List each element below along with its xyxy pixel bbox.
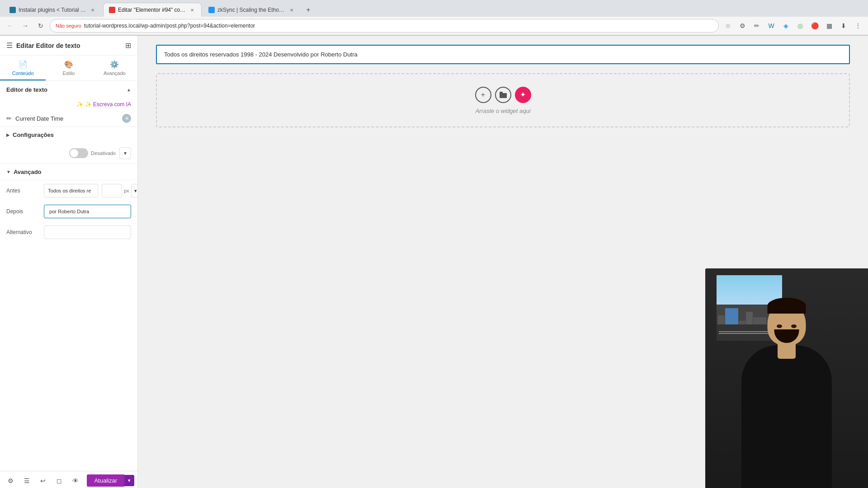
presenter-area: [705, 268, 868, 488]
editor-section-header[interactable]: Editor de texto ▲: [0, 81, 137, 99]
tab-bar: Instalar plugins < Tutorial Wor... ✕ Edi…: [0, 0, 868, 17]
extension-1[interactable]: ⚙: [736, 19, 749, 32]
section-add-buttons: + ✦ Arraste o widget aqui: [475, 87, 531, 114]
grid-icon[interactable]: ⊞: [125, 41, 131, 50]
tab-favicon-3: [208, 7, 215, 13]
add-buttons-row: + ✦: [475, 87, 531, 103]
tab-favicon-1: [9, 7, 16, 13]
nav-actions: ☆ ⚙ ✏ W ◈ ◎ 🔴 ▦ ⬇ ⋮: [722, 19, 864, 32]
bottom-toolbar: ⚙ ☰ ↩ ◻ 👁 Atualizar ▾: [0, 471, 138, 488]
antes-unit-value[interactable]: [102, 184, 122, 197]
reload-button[interactable]: ↻: [34, 19, 47, 32]
antes-px-label: px: [123, 188, 130, 193]
toolbar-preview-icon[interactable]: 👁: [69, 474, 82, 488]
alternativo-input[interactable]: [44, 225, 131, 239]
configuracoes-header[interactable]: ▶ Configurações: [0, 127, 137, 143]
tab-1[interactable]: Instalar plugins < Tutorial Wor... ✕: [4, 3, 102, 17]
configuracoes-title: Configurações: [13, 131, 54, 138]
back-button[interactable]: ←: [4, 19, 16, 32]
nav-bar: ← → ↻ Não seguro tutorial-wordpress.loca…: [0, 17, 868, 35]
tab-label-2: Editar "Elementor #94" com ...: [118, 7, 186, 13]
alternativo-label: Alternativo: [6, 229, 40, 235]
sidebar-header: ☰ Editar Editor de texto ⊞: [0, 36, 137, 56]
tab-close-2[interactable]: ✕: [189, 6, 196, 14]
alternativo-row: Alternativo: [0, 222, 137, 243]
depois-row: Depois: [0, 201, 137, 222]
forward-button[interactable]: →: [19, 19, 32, 32]
estilo-label: Estilo: [63, 70, 75, 76]
canvas-wrapper: Todos os direitos reservados 1998 - 2024…: [138, 36, 868, 488]
toolbar-settings-icon[interactable]: ⚙: [4, 474, 17, 488]
hamburger-icon[interactable]: ☰: [6, 41, 13, 50]
avancado-section-header[interactable]: ▼ Avançado: [0, 164, 137, 180]
antes-label: Antes: [6, 188, 40, 194]
dynamic-tag-close[interactable]: ✕: [122, 114, 131, 123]
extension-7[interactable]: ▦: [823, 19, 835, 32]
update-arrow-button[interactable]: ▾: [124, 475, 134, 486]
main-layout: ☰ Editar Editor de texto ⊞ 📄 Conteúdo 🎨 …: [0, 36, 868, 488]
ai-write-icon: ✨: [76, 101, 83, 108]
dynamic-tag-label: Current Date Time: [15, 115, 118, 122]
toolbar-responsive-icon[interactable]: ◻: [52, 474, 66, 488]
depois-label: Depois: [6, 208, 40, 215]
bookmark-button[interactable]: ☆: [722, 19, 734, 32]
extension-5[interactable]: ◎: [794, 19, 807, 32]
toggle-row: Desativado ▾: [0, 143, 137, 164]
presenter-figure: [737, 309, 836, 488]
editor-section-arrow: ▲: [127, 87, 131, 92]
new-tab-button[interactable]: +: [302, 4, 315, 16]
depois-input[interactable]: [44, 205, 131, 218]
downloads-button[interactable]: ⬇: [837, 19, 850, 32]
canvas-area: Todos os direitos reservados 1998 - 2024…: [138, 36, 868, 145]
sidebar-title: Editar Editor de texto: [16, 42, 80, 49]
ai-write-label: ✨ Escreva com IA: [85, 101, 131, 108]
tab-close-1[interactable]: ✕: [89, 6, 96, 14]
antes-input[interactable]: [44, 184, 98, 197]
extension-4[interactable]: ◈: [779, 19, 792, 32]
toolbar-history-icon[interactable]: ↩: [36, 474, 50, 488]
toolbar-layers-icon[interactable]: ☰: [20, 474, 33, 488]
tab-estilo[interactable]: 🎨 Estilo: [46, 56, 91, 80]
drag-text: Arraste o widget aqui: [475, 108, 530, 114]
dynamic-tag-row: ✏ Current Date Time ✕: [0, 110, 137, 127]
extension-6[interactable]: 🔴: [808, 19, 821, 32]
security-badge: Não seguro: [56, 23, 81, 28]
extension-3[interactable]: W: [765, 19, 778, 32]
tab-conteudo[interactable]: 📄 Conteúdo: [0, 56, 46, 80]
sidebar: ☰ Editar Editor de texto ⊞ 📄 Conteúdo 🎨 …: [0, 36, 138, 488]
editor-section-title: Editor de texto: [6, 86, 47, 93]
canvas-footer-bar[interactable]: Todos os direitos reservados 1998 - 2024…: [156, 45, 850, 64]
add-folder-button[interactable]: [495, 87, 511, 103]
config-dropdown[interactable]: ▾: [119, 147, 131, 159]
menu-button[interactable]: ⋮: [852, 19, 864, 32]
svg-rect-0: [500, 93, 507, 98]
canvas-section: + ✦ Arraste o widget aqui: [156, 73, 850, 127]
antes-unit-select[interactable]: ▾: [131, 184, 138, 197]
add-plus-button[interactable]: +: [475, 87, 491, 103]
address-bar[interactable]: Não seguro tutorial-wordpress.local/wp-a…: [50, 19, 719, 33]
tab-avancado-tab[interactable]: ⚙️ Avançado: [92, 56, 137, 80]
toggle-switch[interactable]: [69, 148, 88, 158]
tag-pencil-icon: ✏: [6, 115, 12, 122]
tab-3[interactable]: zkSync | Scaling the Ethos an... ✕: [203, 3, 301, 17]
tab-2[interactable]: Editar "Elementor #94" com ... ✕: [103, 3, 202, 17]
canvas-inner: Todos os direitos reservados 1998 - 2024…: [138, 36, 868, 145]
conteudo-label: Conteúdo: [12, 70, 34, 76]
toolbar-left: ⚙ ☰ ↩ ◻ 👁: [4, 474, 82, 488]
footer-bar-text: Todos os direitos reservados 1998 - 2024…: [164, 51, 358, 58]
add-magic-button[interactable]: ✦: [515, 87, 531, 103]
url-text: tutorial-wordpress.local/wp-admin/post.p…: [84, 23, 255, 29]
browser-chrome: Instalar plugins < Tutorial Wor... ✕ Edi…: [0, 0, 868, 36]
conteudo-icon: 📄: [19, 60, 28, 69]
sidebar-header-left: ☰ Editar Editor de texto: [6, 41, 80, 50]
avancado-tab-icon: ⚙️: [110, 60, 119, 69]
tab-label-3: zkSync | Scaling the Ethos an...: [217, 7, 285, 13]
configuracoes-arrow: ▶: [6, 132, 10, 137]
avancado-section-title: Avançado: [14, 169, 42, 175]
avancado-tab-label: Avançado: [104, 70, 126, 76]
update-main-button[interactable]: Atualizar: [87, 474, 124, 487]
update-button-group: Atualizar ▾: [87, 474, 134, 487]
extension-2[interactable]: ✏: [750, 19, 763, 32]
tab-close-3[interactable]: ✕: [288, 6, 295, 14]
ai-write-button[interactable]: ✨ ✨ Escreva com IA: [0, 99, 137, 110]
